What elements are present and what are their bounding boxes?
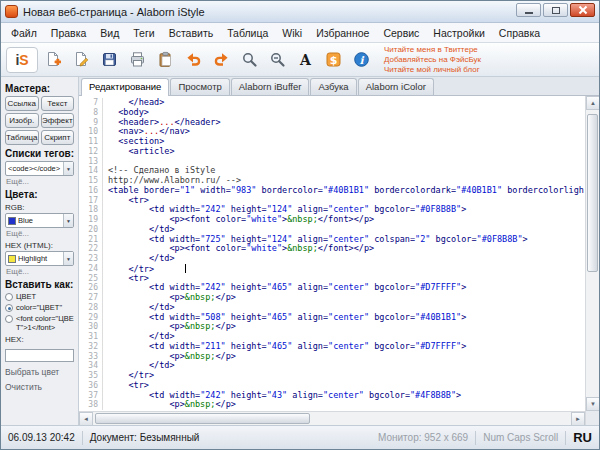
minimize-button[interactable] bbox=[516, 3, 541, 17]
redo-button[interactable] bbox=[208, 47, 234, 73]
pick-color-link[interactable]: Выбрать цвет bbox=[5, 367, 74, 377]
close-button[interactable] bbox=[570, 3, 595, 17]
scroll-left-button[interactable]: ◄ bbox=[79, 412, 93, 426]
code-editor[interactable]: 7 </head>8 <body>9 <header>...</header>1… bbox=[79, 96, 585, 411]
code-line[interactable]: 24 </tr> bbox=[79, 264, 585, 274]
hex-color-value: Highlight bbox=[18, 254, 63, 263]
insert-as-option[interactable]: ЦВЕТ bbox=[5, 292, 74, 301]
istyle-logo-button[interactable]: iS bbox=[6, 47, 38, 73]
insert-as-option[interactable]: <font color="ЦВЕТ">1</font> bbox=[5, 314, 74, 332]
insert-as-option[interactable]: color="ЦВЕТ" bbox=[5, 303, 74, 312]
clear-color-link[interactable]: Очистить bbox=[5, 382, 74, 392]
master-button[interactable]: Скрипт bbox=[41, 130, 75, 145]
window-controls bbox=[516, 3, 595, 17]
menu-item[interactable]: Сервис bbox=[376, 25, 426, 41]
line-number: 35 bbox=[79, 371, 103, 381]
vertical-scrollbar[interactable]: ▲ ▼ bbox=[585, 96, 599, 425]
hex-more-link[interactable]: Ещё... bbox=[6, 267, 74, 276]
horizontal-scrollbar[interactable]: ◄ ► bbox=[79, 411, 585, 425]
status-document: Документ: Безымянный bbox=[90, 432, 200, 443]
scroll-down-button[interactable]: ▼ bbox=[586, 397, 600, 411]
donate-button[interactable]: $ bbox=[320, 47, 346, 73]
logo-letter-s: S bbox=[19, 52, 28, 68]
vertical-scroll-thumb[interactable] bbox=[587, 114, 598, 272]
code-line[interactable]: 23 </td> bbox=[79, 254, 585, 264]
tab-azbuka[interactable]: Азбука bbox=[310, 78, 356, 95]
tab-bar: РедактированиеПросмотрAlaborn iBufferАзб… bbox=[79, 77, 599, 96]
horizontal-scroll-track[interactable] bbox=[93, 412, 571, 425]
menu-item[interactable]: Wiki bbox=[275, 25, 309, 41]
code-text: <p>&nbsp;</p> bbox=[108, 400, 236, 410]
hex-color-dropdown[interactable]: Highlight ▼ bbox=[5, 251, 74, 266]
rgb-color-dropdown[interactable]: Blue ▼ bbox=[5, 213, 74, 228]
vertical-scroll-track[interactable] bbox=[586, 110, 599, 397]
radio-button[interactable] bbox=[5, 304, 13, 312]
sidebar: Мастера: СсылкаТекстИзобр.ЭффектТаблицаС… bbox=[1, 77, 79, 425]
new-document-button[interactable] bbox=[40, 47, 66, 73]
line-number: 24 bbox=[79, 264, 103, 274]
info-button[interactable]: i bbox=[348, 47, 374, 73]
menu-item[interactable]: Избранное bbox=[309, 25, 376, 41]
menu-item[interactable]: Настройки bbox=[426, 25, 492, 41]
line-number: 13 bbox=[79, 157, 103, 167]
edit-document-icon bbox=[73, 51, 90, 68]
save-button[interactable] bbox=[96, 47, 122, 73]
save-icon bbox=[101, 51, 118, 68]
line-number: 7 bbox=[79, 98, 103, 108]
search-button[interactable] bbox=[236, 47, 262, 73]
menu-item[interactable]: Файл bbox=[4, 25, 44, 41]
code-line[interactable]: 34 </td> bbox=[79, 361, 585, 371]
line-number: 14 bbox=[79, 166, 103, 176]
menu-item[interactable]: Теги bbox=[126, 25, 161, 41]
menu-item[interactable]: Правка bbox=[44, 25, 93, 41]
print-button[interactable] bbox=[124, 47, 150, 73]
tab-alaborn-ibuffer[interactable]: Alaborn iBuffer bbox=[231, 78, 310, 95]
tab-editing[interactable]: Редактирование bbox=[81, 78, 169, 96]
app-window: Новая веб-страница - Alaborn iStyle Файл… bbox=[0, 0, 600, 450]
line-number: 9 bbox=[79, 118, 103, 128]
radio-button[interactable] bbox=[5, 315, 13, 323]
code-line[interactable]: 35 </tr> bbox=[79, 371, 585, 381]
tag-list-value: <code></code> bbox=[8, 164, 63, 173]
code-line[interactable]: 16<table border="1" width="983" borderco… bbox=[79, 186, 585, 196]
content-area: Мастера: СсылкаТекстИзобр.ЭффектТаблицаС… bbox=[1, 77, 599, 425]
radio-label: <font color="ЦВЕТ">1</font> bbox=[16, 314, 74, 332]
master-button[interactable]: Таблица bbox=[5, 130, 39, 145]
code-line[interactable]: 7 </head> bbox=[79, 98, 585, 108]
tab-alaborn-icolor[interactable]: Alaborn iColor bbox=[358, 78, 434, 95]
promo-link[interactable]: Читайте меня в Твиттере bbox=[384, 45, 481, 55]
master-button[interactable]: Ссылка bbox=[5, 96, 39, 111]
masters-heading: Мастера: bbox=[5, 83, 74, 94]
promo-link[interactable]: Читайте мой личный блог bbox=[384, 65, 481, 75]
master-button[interactable]: Текст bbox=[41, 96, 75, 111]
line-number: 22 bbox=[79, 244, 103, 254]
paste-button[interactable] bbox=[152, 47, 178, 73]
line-number: 8 bbox=[79, 108, 103, 118]
scroll-up-button[interactable]: ▲ bbox=[586, 96, 600, 110]
maximize-button[interactable] bbox=[543, 3, 568, 17]
code-line[interactable]: 38 <p>&nbsp;</p> bbox=[79, 400, 585, 410]
tab-preview[interactable]: Просмотр bbox=[170, 78, 229, 95]
zoom-button[interactable] bbox=[264, 47, 290, 73]
status-language[interactable]: RU bbox=[573, 430, 592, 445]
code-line[interactable]: 12 <article> bbox=[79, 147, 585, 157]
master-button[interactable]: Изобр. bbox=[5, 113, 39, 128]
horizontal-scroll-thumb[interactable] bbox=[95, 413, 310, 424]
radio-button[interactable] bbox=[5, 293, 13, 301]
scroll-right-button[interactable]: ► bbox=[571, 412, 585, 426]
undo-button[interactable] bbox=[180, 47, 206, 73]
menu-item[interactable]: Вставить bbox=[162, 25, 221, 41]
app-icon bbox=[5, 5, 18, 18]
fonts-button[interactable]: A bbox=[292, 47, 318, 73]
tag-more-link[interactable]: Ещё... bbox=[6, 177, 74, 186]
menu-item[interactable]: Справка bbox=[492, 25, 547, 41]
menu-item[interactable]: Таблица bbox=[220, 25, 275, 41]
rgb-more-link[interactable]: Ещё... bbox=[6, 229, 74, 238]
master-button[interactable]: Эффект bbox=[41, 113, 75, 128]
hex-input[interactable] bbox=[5, 349, 74, 362]
status-bar: 06.09.13 20:42 Документ: Безымянный Мони… bbox=[1, 425, 599, 449]
tag-list-dropdown[interactable]: <code></code> ▼ bbox=[5, 161, 74, 176]
menu-item[interactable]: Вид bbox=[93, 25, 126, 41]
promo-link[interactable]: Добавляйтесь на ФэйсБук bbox=[384, 55, 481, 65]
edit-document-button[interactable] bbox=[68, 47, 94, 73]
